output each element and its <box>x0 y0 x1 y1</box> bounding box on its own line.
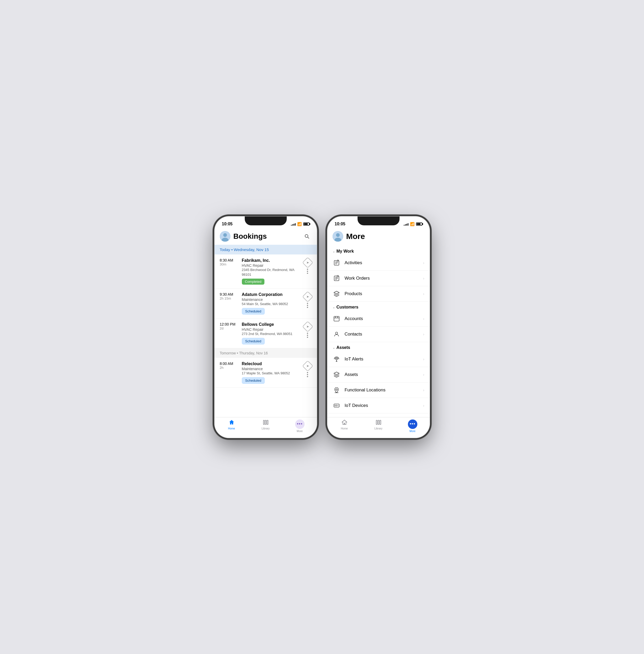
svg-point-3 <box>305 234 308 238</box>
booking-time: 12:00 PM 2d <box>220 322 239 330</box>
svg-point-30 <box>336 389 337 390</box>
more-header: More <box>327 229 430 246</box>
menu-item-iot-alerts[interactable]: IoT Alerts › <box>327 352 430 367</box>
booking-details: Adatum Corporation Maintenance 54 Main S… <box>242 292 301 315</box>
more-options-icon[interactable]: ••• <box>305 372 310 378</box>
tab-home[interactable]: Home <box>327 420 362 433</box>
status-badge-completed: Completed <box>242 278 265 285</box>
chevron-right-icon: › <box>423 404 424 408</box>
notch <box>245 217 287 225</box>
svg-rect-41 <box>378 420 379 425</box>
tomorrow-date-header: Tomorrow • Thursday, Nov 16 <box>214 348 317 358</box>
tab-library-label: Library <box>374 427 383 430</box>
bookings-header: Bookings <box>214 229 317 245</box>
more-options-icon[interactable]: ••• <box>305 302 310 309</box>
svg-rect-40 <box>376 420 377 425</box>
status-time: 10:05 <box>335 222 345 226</box>
tab-library[interactable]: Library <box>362 420 396 433</box>
wifi-icon: 📶 <box>410 222 414 226</box>
chevron-right-icon: › <box>423 261 424 265</box>
battery-icon <box>416 223 422 226</box>
menu-item-iot-devices[interactable]: IoT Devices › <box>327 398 430 413</box>
tab-bar: Home Library ••• More <box>327 417 430 438</box>
library-icon <box>376 420 382 426</box>
tab-library[interactable]: Library <box>249 420 283 433</box>
menu-item-label: Assets <box>345 372 419 377</box>
status-badge-scheduled: Scheduled <box>242 308 265 315</box>
booking-item-adatum[interactable]: 9:30 AM 2h 15m Adatum Corporation Mainte… <box>214 289 317 318</box>
tab-more-active[interactable]: ••• More <box>396 420 430 433</box>
booking-item-bellows[interactable]: 12:00 PM 2d Bellows College HVAC Repair … <box>214 318 317 348</box>
booking-actions: ➤ ••• <box>304 361 312 377</box>
navigate-icon[interactable]: ➤ <box>302 257 313 268</box>
menu-item-activities[interactable]: Activities › <box>327 255 430 271</box>
tab-bar: Home Library ••• More <box>214 417 317 438</box>
tab-more[interactable]: ••• More <box>283 420 317 433</box>
booking-details: Relecloud Maintenance 17 Maple St, Seatt… <box>242 361 301 384</box>
products-icon <box>332 290 341 298</box>
tab-home-label: Home <box>341 427 348 430</box>
booking-details: Bellows College HVAC Repair 273 2nd St, … <box>242 322 301 344</box>
svg-rect-32 <box>334 404 339 407</box>
status-badge-scheduled: Scheduled <box>242 338 265 344</box>
svg-rect-5 <box>263 420 264 425</box>
menu-item-accounts[interactable]: Accounts › <box>327 311 430 326</box>
booking-item-fabrikam[interactable]: 8:30 AM 30m Fabrikam, Inc. HVAC Repair 2… <box>214 254 317 289</box>
navigate-icon[interactable]: ➤ <box>302 291 313 302</box>
more-options-icon[interactable]: ••• <box>305 268 310 274</box>
signal-icon <box>404 223 409 226</box>
functional-locations-icon <box>332 386 341 394</box>
booking-details: Fabrikam, Inc. HVAC Repair 2345 Birchwoo… <box>242 258 301 285</box>
search-button[interactable] <box>302 232 312 241</box>
avatar[interactable] <box>220 231 230 242</box>
navigate-icon[interactable]: ➤ <box>302 360 313 371</box>
avatar[interactable] <box>332 231 343 242</box>
navigate-icon[interactable]: ➤ <box>302 321 313 332</box>
menu-item-contacts[interactable]: Contacts › <box>327 326 430 342</box>
chevron-down-icon: ⌄ <box>332 306 335 309</box>
battery-icon <box>303 223 309 226</box>
menu-item-assets[interactable]: Assets › <box>327 367 430 382</box>
chevron-right-icon: › <box>423 373 424 377</box>
menu-item-functional-locations[interactable]: Functional Locations › <box>327 382 430 398</box>
menu-item-products[interactable]: Products › <box>327 286 430 302</box>
chevron-right-icon: › <box>423 317 424 321</box>
tab-home-label: Home <box>228 427 235 430</box>
svg-rect-22 <box>334 316 339 321</box>
svg-rect-21 <box>337 275 338 276</box>
bookings-content[interactable]: Bookings Today • Wednesday, Nov 15 8:30 … <box>214 229 317 417</box>
chevron-right-icon: › <box>423 292 424 296</box>
more-active-bubble: ••• <box>408 420 417 429</box>
svg-rect-15 <box>337 260 338 261</box>
booking-item-relecloud[interactable]: 8:00 AM 2h Relecloud Maintenance 17 Mapl… <box>214 358 317 388</box>
svg-point-1 <box>223 233 227 237</box>
chevron-right-icon: › <box>423 388 424 392</box>
iot-alerts-icon <box>332 355 341 363</box>
home-icon <box>342 420 347 426</box>
menu-item-label: Activities <box>345 260 419 266</box>
chevron-right-icon: › <box>423 276 424 280</box>
more-content[interactable]: More ⌄ My Work Activities › <box>327 229 430 417</box>
menu-item-label: Functional Locations <box>345 387 419 393</box>
today-date-header: Today • Wednesday, Nov 15 <box>214 245 317 254</box>
phone-more: 10:05 📶 More <box>327 217 430 438</box>
booking-time: 8:30 AM 30m <box>220 258 239 266</box>
booking-time: 9:30 AM 2h 15m <box>220 292 239 300</box>
menu-item-label: Work Orders <box>345 276 419 281</box>
chevron-right-icon: › <box>423 357 424 361</box>
status-badge-scheduled: Scheduled <box>242 377 265 384</box>
library-icon <box>263 420 269 426</box>
menu-item-label: Contacts <box>345 332 419 337</box>
menu-item-work-orders[interactable]: Work Orders › <box>327 271 430 286</box>
booking-actions: ➤ ••• <box>304 292 312 308</box>
menu-item-label: Products <box>345 291 419 296</box>
iot-devices-icon <box>332 402 341 409</box>
section-my-work: ⌄ My Work <box>327 246 430 255</box>
accounts-icon <box>332 315 341 323</box>
tab-more-label: More <box>410 430 415 433</box>
more-dots-active-icon: ••• <box>410 421 415 427</box>
tab-home[interactable]: Home <box>214 420 249 433</box>
more-options-icon[interactable]: ••• <box>305 333 310 339</box>
notch <box>358 217 399 225</box>
booking-time: 8:00 AM 2h <box>220 361 239 369</box>
